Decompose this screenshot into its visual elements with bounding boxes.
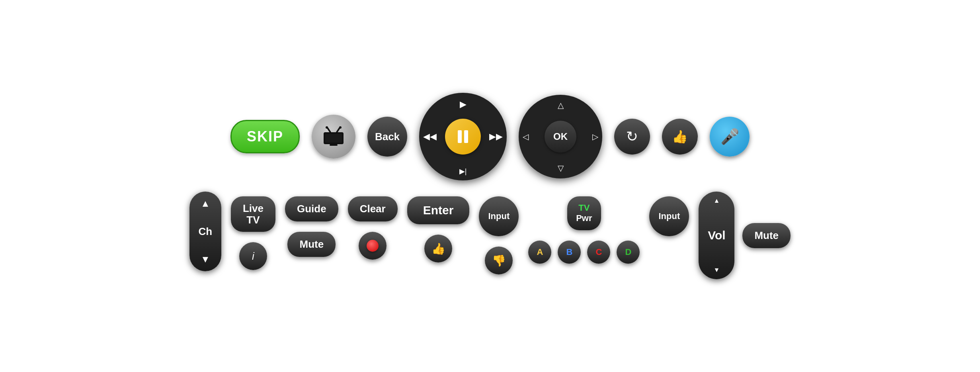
info-icon: i: [252, 250, 254, 262]
mute-button-main[interactable]: Mute: [742, 223, 791, 248]
bottom-row: ▲ Ch ▼ Live TV i Guide Mute: [189, 192, 791, 279]
nav-right-arrow[interactable]: ▷: [592, 132, 598, 141]
mic-button[interactable]: 🎤: [710, 117, 750, 157]
input-button-2[interactable]: Input: [649, 196, 689, 236]
nav-left-arrow[interactable]: ◁: [523, 132, 529, 141]
thumbs-up-icon: 👍: [672, 129, 688, 144]
svg-point-5: [326, 126, 328, 129]
volume-control[interactable]: ▲ Vol ▼: [699, 192, 734, 279]
thumbs-down-button[interactable]: 👎: [485, 247, 513, 274]
nav-down-arrow[interactable]: ▽: [558, 163, 564, 173]
color-b-button[interactable]: B: [558, 241, 581, 264]
vol-up-arrow[interactable]: ▲: [713, 197, 720, 204]
svg-rect-1: [325, 134, 342, 143]
nav-controls[interactable]: △ ▽ ◁ ▷ OK: [519, 95, 602, 178]
pause-icon: [458, 130, 468, 143]
remote-layout: SKIP Back ▶: [166, 77, 814, 295]
thumbs-up-small-icon: 👍: [431, 242, 445, 255]
mic-icon: 🎤: [720, 128, 739, 145]
guide-button[interactable]: Guide: [285, 196, 338, 221]
record-icon: [367, 240, 379, 252]
top-row: SKIP Back ▶: [230, 93, 750, 180]
tv-pwr-button[interactable]: TV Pwr: [567, 196, 601, 230]
color-c-button[interactable]: C: [587, 241, 610, 264]
media-step-arrow[interactable]: ▶|: [459, 167, 467, 176]
channel-control[interactable]: ▲ Ch ▼: [189, 192, 221, 271]
back-button[interactable]: Back: [367, 117, 407, 157]
ok-button[interactable]: OK: [545, 121, 576, 153]
record-button[interactable]: [359, 232, 387, 260]
ch-label: Ch: [199, 225, 213, 238]
tv-icon: [322, 126, 346, 148]
replay-button[interactable]: ↺: [614, 119, 650, 155]
svg-rect-2: [330, 144, 338, 146]
pause-button[interactable]: [445, 119, 481, 155]
nav-up-arrow[interactable]: △: [558, 100, 564, 110]
clear-button[interactable]: Clear: [348, 196, 398, 221]
vol-label: Vol: [708, 229, 725, 242]
live-tv-button[interactable]: Live TV: [231, 196, 275, 232]
thumbs-up-button[interactable]: 👍: [662, 119, 698, 155]
skip-button[interactable]: SKIP: [230, 120, 300, 153]
ch-up-arrow[interactable]: ▲: [201, 198, 210, 209]
input-button-1[interactable]: Input: [479, 196, 519, 236]
info-button[interactable]: i: [239, 242, 267, 270]
svg-point-6: [339, 126, 342, 129]
enter-button[interactable]: Enter: [407, 196, 470, 224]
media-controls[interactable]: ▶ ◀◀ ▶▶ ▶|: [419, 93, 507, 180]
tv-button[interactable]: [312, 115, 355, 159]
color-d-button[interactable]: D: [617, 241, 640, 264]
media-up-arrow[interactable]: ▶: [460, 99, 467, 110]
thumbs-down-icon: 👎: [492, 254, 506, 267]
vol-down-arrow[interactable]: ▼: [713, 266, 720, 274]
thumbs-up-small-button[interactable]: 👍: [424, 235, 452, 262]
media-fastforward-arrow[interactable]: ▶▶: [489, 131, 503, 142]
ch-down-arrow[interactable]: ▼: [201, 254, 210, 265]
mute-button-small[interactable]: Mute: [287, 232, 336, 257]
media-rewind-arrow[interactable]: ◀◀: [423, 131, 437, 142]
color-a-button[interactable]: A: [528, 241, 551, 264]
replay-icon: ↺: [626, 128, 638, 145]
